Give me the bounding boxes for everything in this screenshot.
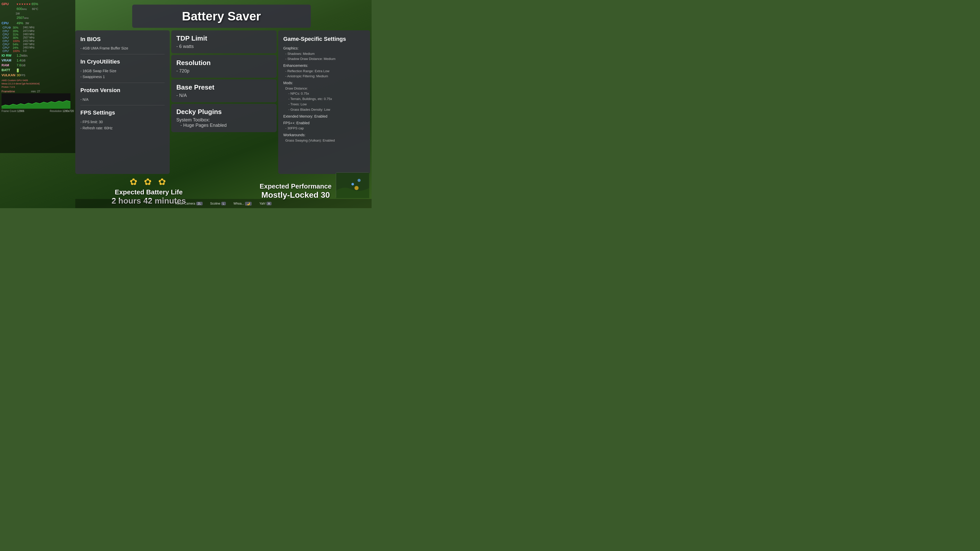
cpu-core6-val: 54% [13,43,23,46]
cpu-core7-freq: 2493 MHz [23,46,35,49]
extended-memory: Extended Memory: Enabled [283,114,365,119]
vram-val: 1.4 [17,59,21,63]
ram-label: RAM [2,63,16,68]
hint-whoa: Whoa... 🌙 [234,202,251,206]
cpu-core2-label: CPU' [3,30,13,33]
cryo-item1: - 16GB Swap File Size [80,68,165,74]
proton-item1: - N/A [80,97,165,103]
cryo-item2: - Swappiness 1 [80,74,165,80]
fps-settings-heading: FPS Settings [80,108,165,118]
hint-scoline-label: Scoline [210,202,220,205]
cpu-core8-label: CPU' [3,49,13,52]
hud-info-block: AMD Custom GPU 0405 Mesa 22.2.0-devel [g… [2,79,74,89]
cpu-core3-freq: 2493 MHz [23,33,35,36]
io-unit: MiB/s [21,54,27,57]
shadow-draw: - Shadow Draw Distance: Medium [285,56,365,62]
frametime-min: min: 27 [31,90,40,93]
hint-reset-camera: Reset Camera ZL [175,202,202,205]
resolution-value: - 720p [177,68,272,74]
cpu-core5-val: 100% [13,40,23,43]
divider1 [80,54,165,54]
hint-scoline: Scoline L [210,202,226,205]
trees: - Trees: Low [288,102,365,107]
enhancements-label: Enhancements: [283,63,365,68]
frametime-graph [2,94,70,109]
cpu-core4-freq: 2507 MHz [23,36,35,39]
base-preset-heading: Base Preset [177,83,272,91]
tdp-card: TDP Limit - 6 watts [171,30,277,53]
fps-item1: - FPS limit: 30 [80,119,165,125]
tdp-value: - 6 watts [177,44,272,49]
svg-point-3 [352,183,354,186]
cpu-cores: CPU⚙ 30% 2461 MHz CPU' 20% 2473 MHz CPU'… [3,26,74,52]
hint-scoline-btn: L [221,202,226,205]
hint-reset-btn: ZL [196,202,203,205]
cpu-core5-label: CPU' [3,40,13,43]
gpu-mem-clock: 2507MHz [17,16,29,20]
cpu-core1-freq: 2461 MHz [23,26,35,29]
cryo-heading: In CryoUtilities [80,57,165,66]
gpu-hearts: ♥ ♥ ♥ ♥ ♥ ♥ [17,2,30,6]
batt-label: BATT [2,68,16,73]
sun-icons: ✿ ✿ ✿ [75,176,222,187]
main-content: Battery Saver In BIOS - 4GB UMA Frame Bu… [75,0,372,208]
reflection: - Reflection Range: Extra Low [285,68,365,74]
bios-item1: - 4GB UMA Frame Buffer Size [80,45,165,52]
cpu-core6-label: CPU° [3,43,13,46]
fps-val: 30 [17,73,20,78]
shadows: - Shadows: Medium [285,51,365,57]
ram-val: 7.6 [17,63,21,68]
cpu-core2-freq: 2473 MHz [23,30,35,33]
cpu-core4-label: CPU' [3,36,13,39]
middle-panel: TDP Limit - 6 watts Resolution - 720p Ba… [171,30,277,174]
title-panel: Battery Saver [132,5,311,28]
grass-swaying: Grass Swaying (Vulkan): Enabled [285,138,365,143]
info-line2: Mesa 22.2.0-devel [git-fec9285634] [2,82,74,85]
gpu-label: GPU [2,2,16,6]
decky-sub2: - Huge Pages Enabled [180,123,272,128]
cpu-core1-val: 30% [13,26,23,29]
fpspp-label: FPS++: Enabled [283,120,365,126]
base-preset-card: Base Preset - N/A [171,79,277,102]
cpu-core8-freq: 0.0 [23,49,27,52]
settings-panel: In BIOS - 4GB UMA Frame Buffer Size In C… [75,30,170,174]
panels-row: In BIOS - 4GB UMA Frame Buffer Size In C… [75,30,372,174]
gpu-temp: 66°C [32,7,38,11]
vram-label: VRAM [2,59,16,63]
right-heading: Game-Specific Settings [283,35,365,43]
gpu-clock: 600MHz [17,7,27,11]
fps-cap: - 30FPS cap [285,126,365,131]
hint-reset-label: Reset Camera [175,202,195,205]
decky-heading: Decky Plugins [177,108,272,116]
info-line3: Proton 7.0-5 [2,85,74,89]
io-read: 1.2 [17,54,21,58]
fps-unit: FPS [20,74,25,77]
gpu-power: 1W [16,12,20,15]
resolution-val: 1280x720 [62,110,74,113]
battery-life-title: Expected Battery Life [75,188,222,196]
cpu-core8-val: 100% [13,49,23,52]
hud-footer: Frame Count 12906 Resolution 1280x720 [2,110,74,113]
batt-icon: 🔋 [16,68,20,73]
draw-distance-label: Draw Distance: [285,86,365,91]
cpu-core3-val: 31% [13,33,23,36]
minimap [336,172,369,198]
cpu-core7-label: CPU° [3,46,13,49]
npcs: - NPCs: 0.75x [288,91,365,97]
cpu-core1-label: CPU⚙ [3,26,13,29]
mods-label: Mods: [283,80,365,86]
cpu-label: CPU [2,21,16,25]
divider2 [80,83,165,83]
cpu-core3-label: CPU' [3,33,13,36]
right-panel: Game-Specific Settings Graphics: - Shado… [278,30,370,174]
fps-item2: - Refresh rate: 60Hz [80,125,165,131]
hint-yah: Yah! A [259,202,271,205]
tdp-heading: TDP Limit [177,35,272,42]
page-title: Battery Saver [182,10,261,23]
vram-unit: GiB [21,59,25,62]
resolution-card: Resolution - 720p [171,55,277,78]
info-line1: AMD Custom GPU 0405 [2,79,74,82]
proton-heading: Proton Version [80,86,165,95]
svg-point-4 [355,186,359,190]
hud-panel: GPU ♥ ♥ ♥ ♥ ♥ ♥ 65% 600MHz 66°C 1W 2507M… [0,0,75,153]
